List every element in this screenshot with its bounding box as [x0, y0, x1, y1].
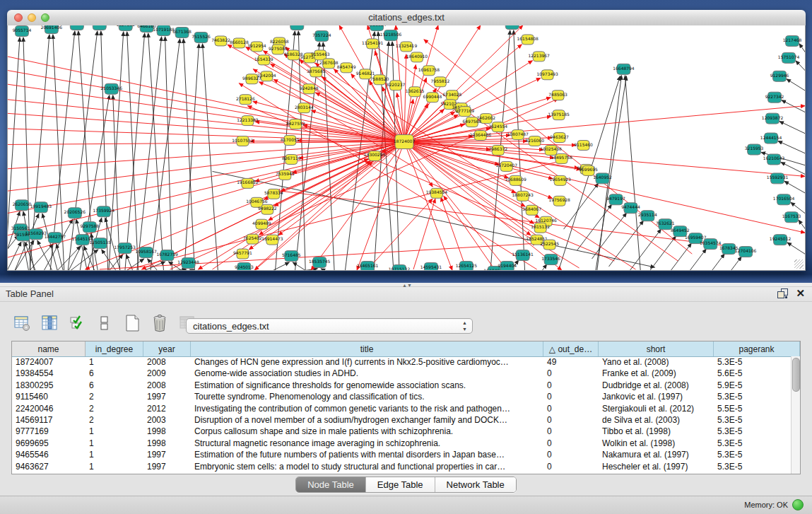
table-cell: 5.3E-5 — [714, 356, 792, 368]
table-cell: de Silva et al. (2003) — [599, 414, 714, 426]
table-row[interactable]: 1872400712008Changes of HCN gene express… — [12, 356, 792, 368]
float-panel-icon[interactable] — [777, 288, 787, 298]
graph-node-label: 17359924 — [93, 208, 115, 213]
graph-node-label: 12093872 — [762, 115, 784, 120]
graph-node-label: 9055714 — [13, 28, 32, 33]
table-selector-dropdown[interactable]: citations_edges.txt ▲▼ — [186, 318, 473, 334]
graph-node-label: 15751074 — [778, 54, 800, 59]
graph-node-label: 8427552 — [286, 121, 305, 126]
table-row[interactable]: 977716911998Corpus callosum shape and si… — [12, 426, 792, 437]
tab-network-table[interactable]: Network Table — [435, 477, 516, 492]
table-cell: 5.3E-5 — [714, 449, 792, 460]
close-panel-icon[interactable]: ✕ — [796, 288, 805, 298]
table-options-button[interactable] — [11, 313, 33, 334]
table-cell: 6 — [86, 368, 143, 379]
graph-node-label: 1527602 — [116, 25, 135, 27]
graph-node-label: 8220237 — [387, 82, 406, 87]
table-cell: Embryonic stem cells: a model to study s… — [191, 461, 543, 472]
graph-node-label: 21053346 — [101, 86, 123, 90]
table-row[interactable]: 1830029562008Estimation of significance … — [12, 380, 792, 391]
memory-status-icon[interactable] — [792, 499, 804, 510]
table-cell: 49 — [543, 356, 599, 368]
graph-node-label: 2620650 — [13, 201, 32, 206]
scrollbar-thumb[interactable] — [792, 358, 800, 392]
table-options-icon — [13, 315, 30, 332]
graph-node[interactable] — [505, 25, 519, 29]
graph-node-label: 8267110 — [282, 156, 301, 160]
graph-node-label: 2718126 — [236, 96, 255, 101]
table-cell: 0 — [543, 368, 599, 379]
graph-node-label: 3150561 — [11, 226, 30, 230]
column-header-year[interactable]: year — [143, 341, 191, 356]
resize-grip-icon[interactable] — [794, 259, 804, 269]
graph-node-label: 16648794 — [613, 66, 635, 71]
table-row[interactable]: 946554611997Estimation of the future num… — [12, 449, 792, 460]
column-header-in_degree[interactable]: in_degree — [86, 341, 143, 356]
table-row[interactable]: 946362711997Embryonic stem cells: a mode… — [12, 461, 792, 472]
table-row[interactable]: 1938455462009Genome-wide association stu… — [12, 368, 792, 379]
row-merge-button[interactable] — [94, 313, 115, 334]
graph-node-label: 8216060 — [525, 138, 544, 143]
table-cell: Franke et al. (2009) — [599, 368, 714, 379]
graph-node-label: 7463822 — [211, 37, 230, 42]
column-visibility-button[interactable] — [39, 313, 60, 334]
network-window[interactable]: citations_edges.txt 90557142069140616853… — [7, 10, 806, 271]
column-header-out_de[interactable]: △ out_de… — [543, 341, 599, 356]
graph-node-label: 19166852 — [237, 180, 259, 185]
table-tabs-row: Node TableEdge TableNetwork Table — [0, 477, 812, 493]
table-cell: 5.3E-5 — [714, 414, 792, 426]
graph-node-label: 12704106 — [735, 248, 757, 253]
delete-trash-button[interactable] — [149, 313, 170, 334]
graph-node-label: 15218506 — [380, 32, 402, 37]
table-cell: 0 — [543, 426, 599, 437]
graph-node-label: 3215953 — [745, 146, 764, 151]
graph-node-label: 18495758 — [551, 155, 572, 160]
column-header-title[interactable]: title — [191, 341, 543, 356]
graph-node-label: 1362615 — [406, 88, 425, 93]
graph-node-label: 11254191 — [362, 40, 384, 45]
table-cell: Changes of HCN gene expression and I(f) … — [191, 356, 543, 368]
table-cell: Nakamura et al. (1997) — [599, 449, 714, 460]
graph-node-label: 9115460 — [574, 142, 593, 147]
table-cell: Tibbo et al. (1998) — [599, 426, 714, 437]
graph-node-label: 10025438 — [540, 146, 562, 151]
graph-node-label: 16914473 — [261, 236, 283, 241]
network-canvas[interactable]: 9055714206914061685311310653287152760264… — [7, 25, 806, 271]
graph-node-label: 9227342 — [765, 94, 784, 99]
tab-node-table[interactable]: Node Table — [296, 477, 366, 492]
table-row[interactable]: 969969511998Structural magnetic resonanc… — [12, 438, 792, 449]
column-select-button[interactable] — [66, 313, 88, 334]
table-cell: 1998 — [143, 438, 191, 449]
graph-node-label: 19756928 — [548, 197, 570, 202]
table-cell: 0 — [543, 461, 599, 472]
table-row[interactable]: 2242004622012Investigating the contribut… — [12, 403, 792, 414]
graph-node-label: 3912954 — [247, 43, 266, 48]
table-cell: Investigating the contribution of common… — [191, 403, 543, 414]
column-header-pagerank[interactable]: pagerank — [714, 341, 800, 356]
table-cell: 2 — [86, 391, 143, 402]
table-cell: 14569117 — [12, 414, 86, 426]
table-cell: Hescheler et al. (1997) — [599, 461, 714, 472]
graph-node-label: 9457791 — [233, 250, 252, 255]
graph-node-label: 14595431 — [420, 264, 442, 269]
citation-network-graph[interactable]: 9055714206914061685311310653287152760264… — [8, 25, 805, 270]
graph-node-label: 10354574 — [700, 240, 722, 245]
graph-node-label: 1217468 — [783, 37, 802, 42]
table-cell: 9699695 — [12, 438, 86, 449]
new-table-button[interactable] — [122, 313, 143, 334]
table-row[interactable]: 1456911722003Disruption of a novel membe… — [12, 414, 792, 426]
graph-node-label: 12444154 — [760, 135, 782, 140]
graph-node-label: 12213967 — [528, 53, 550, 58]
column-header-name[interactable]: name — [12, 341, 86, 356]
tab-edge-table[interactable]: Edge Table — [366, 477, 435, 492]
table-cell: 0 — [543, 438, 599, 449]
vertical-scrollbar[interactable] — [791, 356, 800, 474]
network-window-titlebar[interactable]: citations_edges.txt — [7, 10, 806, 26]
table-row[interactable]: 911546021997Tourette syndrome. Phenomeno… — [12, 391, 792, 402]
graph-node-label: 12213383 — [237, 117, 259, 122]
column-header-short[interactable]: short — [599, 341, 714, 356]
table-cell: 1 — [86, 438, 143, 449]
graph-node-label: 3684067 — [522, 206, 541, 211]
table-cell: 2008 — [143, 380, 191, 391]
table-cell: Genome-wide association studies in ADHD. — [191, 368, 543, 379]
